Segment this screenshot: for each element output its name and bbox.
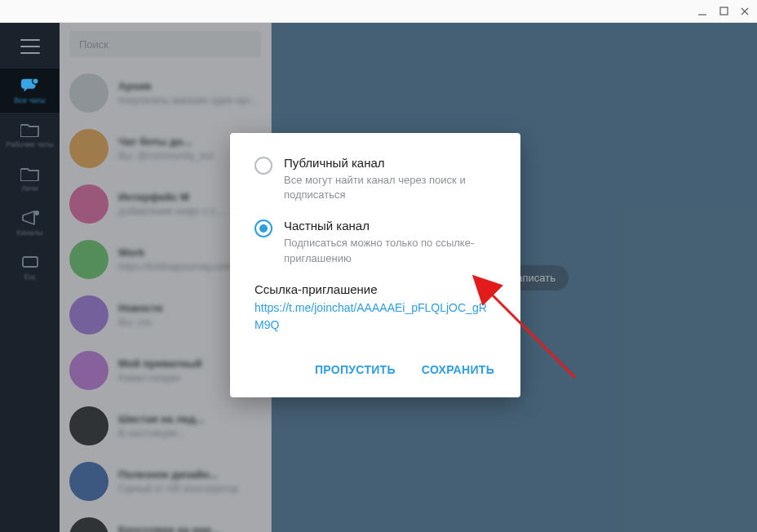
rail-item-channels[interactable]: Каналы <box>0 201 60 245</box>
channel-type-dialog: Публичный каналВсе могут найти канал чер… <box>230 133 520 397</box>
rail-item-all-chats[interactable]: Все чаты <box>0 69 60 113</box>
svg-point-2 <box>34 211 39 215</box>
rail-label: Все чаты <box>14 96 45 104</box>
radio-button[interactable] <box>255 157 272 175</box>
chats-icon <box>20 78 40 94</box>
svg-rect-0 <box>720 7 728 15</box>
menu-button[interactable] <box>20 39 40 54</box>
rail-item-more[interactable]: Ещ <box>0 245 60 289</box>
dialog-actions: ПРОПУСТИТЬ СОХРАНИТЬ <box>255 358 496 381</box>
option-title: Частный канал <box>284 219 496 233</box>
option-title: Публичный канал <box>284 156 496 170</box>
option-description: Все могут найти канал через поиск и подп… <box>284 173 496 202</box>
window-maximize-button[interactable] <box>718 6 729 17</box>
rail-label: Каналы <box>17 228 43 237</box>
rail-label: Личн <box>21 184 38 193</box>
option-private-channel[interactable]: Частный каналПодписаться можно только по… <box>255 219 496 265</box>
folder-icon <box>20 122 40 138</box>
save-button[interactable]: СОХРАНИТЬ <box>420 358 496 381</box>
rail-label: Ещ <box>24 273 35 281</box>
rail-label: Рабочие чаты <box>7 140 54 149</box>
app-window: Все чаты Рабочие чаты Личн Каналы <box>0 0 757 532</box>
navigation-rail: Все чаты Рабочие чаты Личн Каналы <box>0 23 60 532</box>
invite-link[interactable]: https://t.me/joinchat/AAAAAEi_pFLQLjOC_g… <box>255 299 496 334</box>
folder-icon <box>20 166 40 182</box>
app-body: Все чаты Рабочие чаты Личн Каналы <box>0 23 757 532</box>
rail-item-personal[interactable]: Личн <box>0 157 60 201</box>
rail-item-work-chats[interactable]: Рабочие чаты <box>0 113 60 157</box>
invite-link-label: Ссылка-приглашение <box>255 282 496 296</box>
radio-button[interactable] <box>255 219 272 237</box>
option-public-channel[interactable]: Публичный каналВсе могут найти канал чер… <box>255 156 496 202</box>
skip-button[interactable]: ПРОПУСТИТЬ <box>313 358 397 381</box>
window-close-button[interactable] <box>739 6 750 17</box>
option-description: Подписаться можно только по ссылке-пригл… <box>284 236 496 265</box>
invite-link-block: Ссылка-приглашение https://t.me/joinchat… <box>255 282 496 334</box>
svg-rect-3 <box>23 257 38 267</box>
window-minimize-button[interactable] <box>697 6 708 17</box>
titlebar <box>0 0 757 23</box>
megaphone-icon <box>20 210 40 226</box>
svg-point-1 <box>32 78 38 83</box>
rectangle-icon <box>20 254 40 270</box>
